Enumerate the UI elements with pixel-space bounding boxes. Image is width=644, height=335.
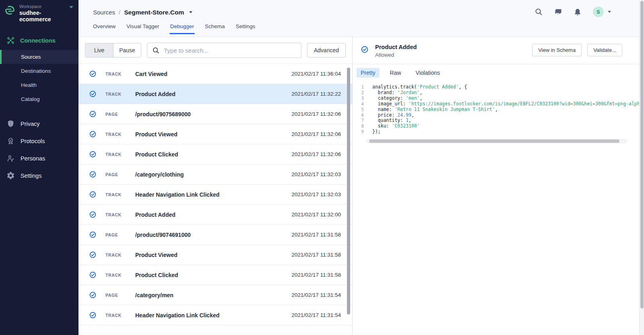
line-number: 6 [357, 113, 364, 118]
event-row[interactable]: TRACKHeader Navigation Link Clicked2021/… [78, 185, 352, 205]
search-input[interactable] [164, 47, 296, 54]
sidebar-item-destinations[interactable]: Destinations [0, 64, 78, 78]
tab-schema[interactable]: Schema [205, 23, 225, 34]
tab-overview[interactable]: Overview [93, 23, 116, 34]
tab-visual-tagger[interactable]: Visual Tagger [126, 23, 159, 34]
event-timestamp: 2021/02/17 11:32:00 [291, 212, 341, 218]
event-name: /product/9074691000 [135, 232, 291, 238]
event-type-label: TRACK [105, 72, 135, 76]
line-number: 1 [357, 84, 364, 90]
event-type-label: PAGE [105, 232, 135, 237]
event-row[interactable]: TRACKProduct Added2021/02/17 11:32:00 [78, 205, 352, 225]
event-timestamp: 2021/02/17 11:32:03 [291, 191, 341, 197]
live-button[interactable]: Live [85, 43, 113, 57]
workspace-label: Workspace [19, 4, 73, 9]
event-timestamp: 2021/02/17 11:31:58 [291, 252, 341, 258]
search-icon [153, 47, 159, 54]
sidebar-item-connections[interactable]: Connections [0, 31, 78, 50]
event-row[interactable]: TRACKProduct Viewed2021/02/17 11:32:06 [78, 124, 352, 144]
event-row[interactable]: TRACKHeader Navigation Link Clicked2021/… [78, 305, 352, 325]
detail-tab-violations[interactable]: Violations [412, 68, 444, 78]
code-text: analytics.track('Product Added', { [364, 84, 467, 90]
bell-icon[interactable] [574, 8, 581, 16]
line-number: 7 [357, 118, 364, 123]
detail-actions: View in Schema Validate... [532, 44, 622, 56]
pause-button[interactable]: Pause [113, 43, 141, 57]
sidebar-item-privacy[interactable]: Privacy [0, 115, 78, 132]
event-list-panel: Live Pause Advanced TRACKCart Viewed2021… [78, 37, 353, 335]
event-row[interactable]: TRACKCart Viewed2021/02/17 11:36:04 [78, 64, 352, 84]
event-row[interactable]: TRACKProduct Viewed2021/02/17 11:31:58 [78, 245, 352, 265]
event-rows: TRACKCart Viewed2021/02/17 11:36:04TRACK… [78, 64, 352, 325]
check-circle-icon [89, 151, 96, 158]
code-horizontal-scrollbar[interactable] [366, 139, 627, 143]
advanced-button[interactable]: Advanced [307, 43, 346, 58]
event-type-label: PAGE [105, 112, 135, 117]
event-row[interactable]: PAGE/product/90746910002021/02/17 11:31:… [78, 225, 352, 245]
chevron-down-icon [69, 6, 73, 8]
code-text: category: 'men', [364, 96, 423, 101]
search-icon[interactable] [535, 8, 543, 16]
avatar[interactable]: S [593, 6, 604, 17]
breadcrumb-sources-link[interactable]: Sources [93, 9, 115, 16]
tab-debugger[interactable]: Debugger [170, 23, 194, 34]
event-name: Product Clicked [135, 151, 291, 158]
code-token: sku: [372, 123, 392, 129]
code-line: 6 price: 24.99, [357, 113, 644, 118]
event-row[interactable]: PAGE/category/clothing2021/02/17 11:32:0… [78, 164, 352, 185]
code-token: quantity: [372, 117, 406, 123]
code-token: image_url: [372, 101, 409, 107]
workspace-switcher[interactable]: Workspace sudhee-ecommerce [0, 0, 78, 27]
event-row[interactable]: PAGE/category/men2021/02/17 11:31:54 [78, 285, 352, 305]
scrollbar-thumb[interactable] [369, 140, 619, 143]
person-network-icon [6, 154, 15, 162]
source-switcher-caret-icon[interactable] [189, 11, 192, 13]
event-timestamp: 2021/02/17 11:32:06 [291, 151, 341, 157]
sidebar-item-label: Protocols [21, 138, 45, 144]
detail-title-block: Product Added Allowed [375, 44, 417, 58]
check-circle-icon [89, 211, 96, 218]
event-list-scrollbar[interactable] [347, 68, 350, 314]
validate-button[interactable]: Validate... [587, 44, 622, 56]
code-token: , [411, 112, 414, 118]
shield-icon [6, 119, 15, 128]
code-token: 'Jordan' [397, 90, 419, 95]
detail-tab-raw[interactable]: Raw [386, 68, 405, 78]
sidebar-item-personas[interactable]: Personas [0, 150, 78, 167]
code-line: 4 image_url: 'https://images.footlocker.… [357, 101, 644, 107]
detail-tab-pretty[interactable]: Pretty [357, 68, 380, 78]
detail-header: Product Added Allowed View in Schema Val… [353, 37, 644, 64]
sidebar-item-sources[interactable]: Sources [0, 50, 78, 64]
scrollbar-thumb[interactable] [640, 1, 644, 308]
event-name: /category/men [135, 292, 291, 298]
event-row[interactable]: TRACKProduct Clicked2021/02/17 11:31:58 [78, 265, 352, 285]
check-circle-icon [89, 90, 96, 97]
code-token: }); [372, 129, 381, 134]
user-menu[interactable]: S [593, 6, 611, 17]
check-circle-icon [89, 292, 96, 298]
event-name: Product Viewed [135, 131, 291, 138]
search-box [147, 43, 301, 58]
code-text: quantity: 1, [364, 118, 411, 123]
event-row[interactable]: PAGE/product/90756890002021/02/17 11:32:… [78, 104, 352, 124]
chat-icon[interactable] [554, 8, 562, 16]
code-token: 'https://images.footlocker.com/is/image/… [409, 101, 643, 107]
sidebar-item-health[interactable]: Health [0, 78, 78, 92]
live-pause-toggle: Live Pause [85, 43, 141, 58]
view-in-schema-button[interactable]: View in Schema [532, 44, 582, 56]
code-token: 24.99 [397, 112, 411, 118]
sidebar-item-catalog[interactable]: Catalog [0, 92, 78, 106]
sidebar-item-protocols[interactable]: Protocols [0, 132, 78, 150]
page-scrollbar[interactable] [639, 0, 644, 335]
event-type-label: TRACK [105, 92, 135, 97]
sidebar-item-settings[interactable]: Settings [0, 167, 78, 184]
event-row[interactable]: TRACKProduct Added2021/02/17 11:32:22 [78, 84, 352, 104]
code-token: , [495, 107, 498, 112]
event-row[interactable]: TRACKProduct Clicked2021/02/17 11:32:06 [78, 144, 352, 164]
code-token: , [409, 117, 411, 123]
debugger-toolbar: Live Pause Advanced [78, 37, 352, 64]
line-number: 4 [357, 101, 364, 107]
code-token: , [420, 95, 423, 101]
tab-settings[interactable]: Settings [235, 23, 255, 34]
source-tabs: OverviewVisual TaggerDebuggerSchemaSetti… [93, 23, 630, 34]
